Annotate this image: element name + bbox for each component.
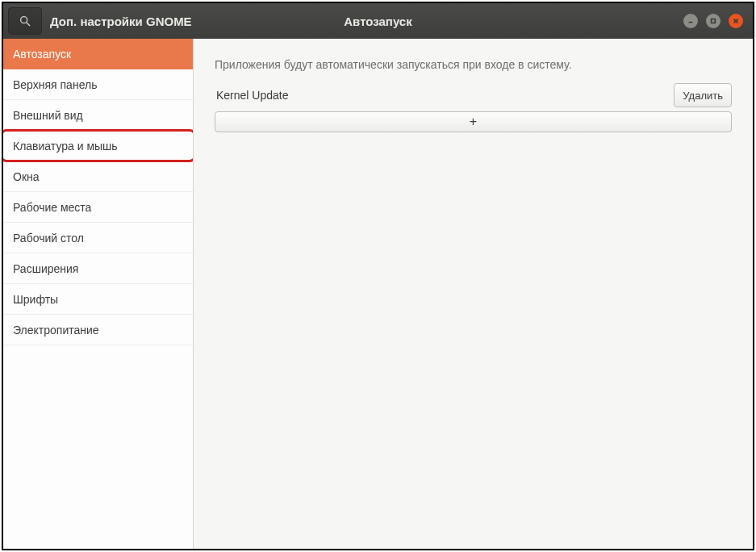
content-description: Приложения будут автоматически запускать… — [215, 58, 732, 71]
sidebar-item-0[interactable]: Автозапуск — [3, 39, 193, 69]
sidebar-item-2[interactable]: Внешний вид — [3, 100, 193, 131]
content-pane: Приложения будут автоматически запускать… — [194, 39, 753, 549]
sidebar-item-label: Верхняя панель — [13, 78, 97, 91]
sidebar-item-label: Автозапуск — [13, 48, 71, 61]
titlebar: Доп. настройки GNOME Автозапуск — [3, 3, 753, 39]
sidebar-item-label: Электропитание — [13, 324, 99, 337]
maximize-button[interactable] — [706, 14, 720, 28]
search-icon — [19, 15, 31, 27]
sidebar-item-label: Клавиатура и мышь — [13, 140, 118, 153]
svg-rect-3 — [712, 19, 716, 23]
sidebar-item-label: Внешний вид — [13, 109, 83, 122]
window-body: АвтозапускВерхняя панельВнешний видКлави… — [3, 39, 753, 549]
sidebar-item-label: Окна — [13, 170, 40, 183]
sidebar-item-label: Рабочие места — [13, 201, 91, 214]
minimize-icon — [687, 18, 694, 24]
window-controls — [683, 14, 753, 28]
sidebar: АвтозапускВерхняя панельВнешний видКлави… — [3, 39, 194, 549]
startup-apps-list: Kernel UpdateУдалить — [215, 82, 732, 111]
add-app-button[interactable]: + — [215, 111, 732, 132]
sidebar-item-9[interactable]: Электропитание — [3, 315, 193, 345]
minimize-button[interactable] — [683, 14, 698, 28]
close-button[interactable] — [729, 14, 743, 28]
sidebar-item-5[interactable]: Рабочие места — [3, 192, 193, 223]
app-window: Доп. настройки GNOME Автозапуск Автозапу… — [2, 2, 754, 550]
sidebar-item-8[interactable]: Шрифты — [3, 284, 193, 315]
startup-app-row: Kernel UpdateУдалить — [215, 82, 732, 108]
svg-point-0 — [21, 17, 27, 23]
app-title: Доп. настройки GNOME — [50, 15, 192, 28]
sidebar-item-label: Рабочий стол — [13, 232, 84, 245]
sidebar-item-4[interactable]: Окна — [3, 161, 193, 192]
sidebar-item-3[interactable]: Клавиатура и мышь — [3, 131, 193, 161]
delete-app-button[interactable]: Удалить — [674, 83, 732, 107]
sidebar-item-6[interactable]: Рабочий стол — [3, 223, 193, 253]
sidebar-item-label: Шрифты — [13, 293, 58, 306]
search-button[interactable] — [8, 7, 42, 35]
close-icon — [733, 18, 739, 24]
sidebar-item-label: Расширения — [13, 262, 78, 275]
maximize-icon — [710, 18, 716, 24]
startup-app-name: Kernel Update — [215, 89, 674, 102]
svg-line-1 — [27, 23, 30, 26]
sidebar-item-1[interactable]: Верхняя панель — [3, 69, 193, 100]
page-title: Автозапуск — [344, 15, 411, 28]
sidebar-item-7[interactable]: Расширения — [3, 253, 193, 284]
